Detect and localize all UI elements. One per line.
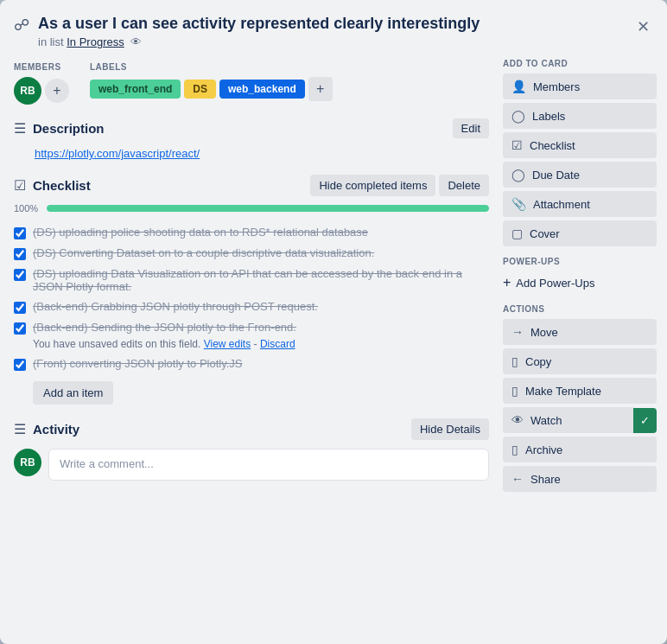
checklist-icon: ☑ [14,177,26,194]
checklist-item-text-3: (DS) uploading Data Visualization on to … [33,267,489,293]
members-sidebar-button[interactable]: 👤 Members [503,73,657,99]
checklist-section: ☑ Checklist Hide completed items Delete … [14,175,489,405]
template-icon: ▯ [511,384,518,398]
labels-row: web_front_end DS web_backend + [90,77,333,101]
label-ds[interactable]: DS [184,80,216,99]
progress-bar-bg [47,205,489,212]
checklist-item: (DS) Converting Dataset on to a couple d… [14,243,489,264]
hide-completed-button[interactable]: Hide completed items [310,175,435,196]
card-modal: ☍ As a user I can see activity represent… [0,0,667,644]
card-title: As a user I can see activity represented… [38,14,625,34]
modal-body: MEMBERS RB + LABELS web_front_end DS web… [0,48,667,644]
checklist-item-text-6: (Front) converting JSON plotly to Plotly… [33,357,243,370]
labels-label: LABELS [90,62,333,72]
list-link[interactable]: In Progress [67,35,124,48]
progress-row: 100% [14,203,489,214]
due-date-icon: ◯ [511,168,525,182]
edit-description-button[interactable]: Edit [453,118,489,138]
subtitle-prefix: in list [38,35,64,48]
activity-title: Activity [33,422,404,437]
archive-button[interactable]: ▯ Archive [503,437,657,462]
label-web-front-end[interactable]: web_front_end [90,80,181,99]
add-item-button[interactable]: Add an item [33,381,113,405]
checklist-checkbox-2[interactable] [14,248,26,260]
meta-section: MEMBERS RB + LABELS web_front_end DS web… [14,55,489,105]
delete-checklist-button[interactable]: Delete [439,175,489,196]
checklist-item-text-5: (Back-end) Sending the JSON plotly to th… [33,321,296,334]
discard-link[interactable]: Discard [260,338,295,350]
main-content: MEMBERS RB + LABELS web_front_end DS web… [0,48,503,644]
checklist-item: (Front) converting JSON plotly to Plotly… [14,354,489,374]
progress-bar-fill [47,205,489,212]
members-label: MEMBERS [14,62,69,72]
move-icon: → [511,325,524,339]
comment-row: RB Write a comment... [14,449,489,480]
view-edits-link[interactable]: View edits [204,338,251,350]
hide-details-button[interactable]: Hide Details [411,418,489,440]
unsaved-notice: You have unsaved edits on this field. Vi… [33,338,489,350]
checklist-sidebar-button[interactable]: ☑ Checklist [503,132,657,158]
cover-icon: ▢ [511,226,523,240]
add-power-ups-button[interactable]: + Add Power-Ups [503,271,594,294]
description-header: ☰ Description Edit [14,118,489,138]
checklist-checkbox-5[interactable] [14,322,26,335]
watch-check-button[interactable]: ✓ [633,408,657,433]
add-member-button[interactable]: + [45,79,69,103]
checklist-sidebar-icon: ☑ [511,138,523,152]
activity-icon: ☰ [14,421,26,437]
share-button[interactable]: ← Share [503,466,657,492]
description-section: ☰ Description Edit https://plotly.com/ja… [14,118,489,161]
description-title: Description [33,121,446,136]
members-group: MEMBERS RB + [14,62,69,105]
description-link[interactable]: https://plotly.com/javascript/react/ [35,147,200,160]
checklist-header: ☑ Checklist Hide completed items Delete [14,175,489,196]
title-area: As a user I can see activity represented… [38,14,625,48]
checklist-item: (DS) uploading police shooting data on t… [14,222,489,243]
checklist-item-text-1: (DS) uploading police shooting data on t… [33,226,368,239]
share-icon: ← [511,472,524,486]
labels-group: LABELS web_front_end DS web_backend + [90,62,333,105]
close-button[interactable]: ✕ [633,14,653,40]
add-label-button[interactable]: + [308,77,333,101]
avatar: RB [14,77,41,105]
checklist-item: (DS) uploading Data Visualization on to … [14,264,489,296]
checklist-item: (Back-end) Grabbing JSON plotly through … [14,296,489,317]
modal-header: ☍ As a user I can see activity represent… [0,0,667,48]
checklist-item-text-2: (DS) Converting Dataset on to a couple d… [33,246,374,259]
checklist-item: (Back-end) Sending the JSON plotly to th… [14,317,489,338]
checklist-checkbox-4[interactable] [14,302,26,314]
copy-button[interactable]: ▯ Copy [503,348,657,374]
activity-section: ☰ Activity Hide Details RB Write a comme… [14,418,489,480]
comment-input[interactable]: Write a comment... [48,449,489,480]
members-icon: 👤 [511,80,526,93]
archive-icon: ▯ [511,443,518,456]
checklist-items: (DS) uploading police shooting data on t… [14,222,489,374]
watch-icon: 👁 [511,413,524,427]
copy-icon: ▯ [511,354,518,368]
activity-header: ☰ Activity Hide Details [14,418,489,440]
plus-icon: + [503,275,511,290]
watch-eye-icon: 👁 [130,35,142,48]
checklist-title: Checklist [33,178,303,193]
cover-button[interactable]: ▢ Cover [503,220,657,246]
card-subtitle: in list In Progress 👁 [38,35,625,48]
watch-row: 👁 Watch ✓ [503,407,657,433]
watch-button[interactable]: 👁 Watch [503,407,633,433]
due-date-button[interactable]: ◯ Due Date [503,162,657,188]
progress-percent: 100% [14,203,40,214]
checklist-checkbox-3[interactable] [14,269,26,281]
make-template-button[interactable]: ▯ Make Template [503,378,657,404]
commenter-avatar: RB [14,449,41,476]
power-ups-title: POWER-UPS [503,257,657,266]
attachment-icon: 📎 [511,197,526,211]
description-icon: ☰ [14,120,26,137]
label-web-backend[interactable]: web_backend [219,80,305,99]
members-row: RB + [14,77,69,105]
labels-sidebar-button[interactable]: ◯ Labels [503,103,657,129]
checklist-checkbox-6[interactable] [14,359,26,371]
add-to-card-title: ADD TO CARD [503,59,657,68]
attachment-button[interactable]: 📎 Attachment [503,191,657,217]
move-button[interactable]: → Move [503,319,657,345]
checklist-checkbox-1[interactable] [14,227,26,239]
sidebar: ADD TO CARD 👤 Members ◯ Labels ☑ Checkli… [503,48,667,644]
